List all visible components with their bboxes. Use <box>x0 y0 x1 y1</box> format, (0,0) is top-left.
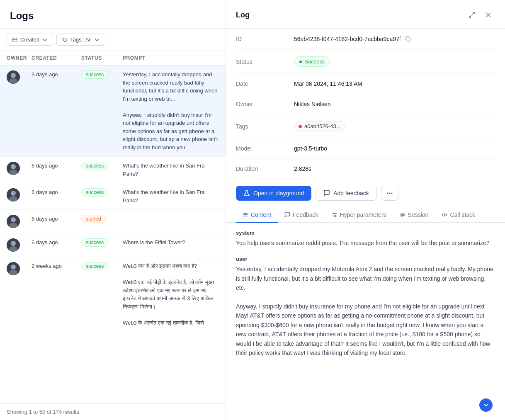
table-row[interactable]: 6 days ago started <box>0 210 226 233</box>
calendar-icon <box>12 37 18 43</box>
tag-chip[interactable]: a0ab4526-43... <box>294 121 345 131</box>
col-status: Status <box>81 55 123 61</box>
meta-table: ID 56eb4238-f047-4182-bcd0-7acbba9ca97f … <box>226 29 505 179</box>
meta-row-tags: Tags a0ab4526-43... <box>236 114 495 138</box>
detail-header: Log <box>226 0 505 29</box>
tab-feedback[interactable]: Feedback <box>278 207 325 223</box>
tags-label: Tags <box>236 123 294 130</box>
right-panel: Log ID 56eb4238-f047-4182-b <box>226 0 505 420</box>
tags-value: a0ab4526-43... <box>294 121 495 131</box>
svg-point-31 <box>391 193 392 194</box>
status-badge: success <box>81 238 108 247</box>
left-header: Logs <box>0 0 226 29</box>
content-wrapper: system You help users summarize reddit p… <box>226 223 505 420</box>
log-time: 3 days ago <box>32 70 81 78</box>
model-label: Model <box>236 145 294 152</box>
meta-row-duration: Duration 2.828s <box>236 159 495 179</box>
status-badge: success <box>81 188 108 197</box>
action-bar: Open in playground Add feedback <box>226 179 505 207</box>
header-actions <box>465 8 495 22</box>
flask-icon <box>243 190 250 197</box>
tag-icon <box>62 37 68 43</box>
svg-point-12 <box>11 191 16 196</box>
tab-session-label: Session <box>408 211 429 218</box>
chat-bubble-icon <box>284 212 290 218</box>
log-time: 6 days ago <box>32 215 81 222</box>
scroll-down-button[interactable] <box>479 398 493 412</box>
tab-hyperparameters[interactable]: Hyper parameters <box>325 207 393 223</box>
left-panel: Logs Created Tags: All <box>0 0 226 420</box>
tag-dot <box>299 125 302 128</box>
meta-row-model: Model gpt-3.5-turbo <box>236 138 495 159</box>
open-playground-label: Open in playground <box>253 190 304 197</box>
meta-row-status: Status Success <box>236 50 495 74</box>
prompt-text: What's the weather like in San Fra Paris… <box>123 162 219 178</box>
tags-filter-button[interactable]: Tags: All <box>56 34 105 46</box>
open-playground-button[interactable]: Open in playground <box>236 186 311 201</box>
duration-value: 2.828s <box>294 165 495 172</box>
svg-rect-27 <box>407 38 410 41</box>
date-value: Mar 08 2024, 11:46:13 AM <box>294 80 495 87</box>
svg-point-29 <box>387 193 388 194</box>
tags-filter-prefix: Tags: <box>70 36 83 43</box>
status-badge: success <box>81 262 108 270</box>
status-dot <box>299 61 302 63</box>
model-value: gpt-3.5-turbo <box>294 145 495 152</box>
prompt-text: Web3 क्या है और इसका महत्व क्या है? Web3… <box>123 262 219 327</box>
message-text-system: You help users summarize reddit posts. T… <box>236 238 495 248</box>
table-row[interactable]: 6 days ago success Where is the Eiffel T… <box>0 233 226 257</box>
status-badge: started <box>81 215 106 223</box>
content-area: system You help users summarize reddit p… <box>226 223 505 420</box>
copy-id-button[interactable] <box>404 35 412 43</box>
table-row[interactable]: 3 days ago success Yesterday, I accident… <box>0 66 226 157</box>
add-feedback-button[interactable]: Add feedback <box>316 186 377 201</box>
table-row[interactable]: 6 days ago success What's the weather li… <box>0 183 226 210</box>
tab-hyperparameters-label: Hyper parameters <box>340 211 386 218</box>
prompt-text: What's the weather like in San Fra Paris… <box>123 188 219 204</box>
log-time: 2 weeks ago <box>32 262 81 269</box>
status-text: Success <box>304 58 325 65</box>
message-role-user: user <box>236 256 495 262</box>
message-role-system: system <box>236 230 495 236</box>
status-value: Success <box>294 56 495 67</box>
created-filter-label: Created <box>20 36 39 43</box>
status-label: Status <box>236 58 294 65</box>
col-prompt: Prompt <box>123 55 219 61</box>
status-badge: success <box>81 162 108 170</box>
log-time: 6 days ago <box>32 238 81 245</box>
lines-icon <box>400 212 405 218</box>
id-value: 56eb4238-f047-4182-bcd0-7acbba9ca97f <box>294 35 495 43</box>
chevron-down-icon <box>42 37 48 43</box>
list-icon <box>243 212 248 218</box>
prompt-text: Where is the Eiffel Tower? <box>123 238 219 247</box>
more-actions-button[interactable] <box>381 186 398 201</box>
close-button[interactable] <box>482 8 495 22</box>
tab-callstack[interactable]: Call stack <box>435 207 482 223</box>
avatar <box>7 70 20 84</box>
owner-value: Niklas Nielsen <box>294 101 495 107</box>
add-feedback-label: Add feedback <box>333 190 369 197</box>
created-filter-button[interactable]: Created <box>7 34 53 46</box>
page-title: Logs <box>10 10 216 22</box>
owner-label: Owner <box>236 101 294 107</box>
avatar <box>7 188 20 202</box>
avatar <box>7 262 20 275</box>
svg-point-6 <box>11 73 16 78</box>
expand-button[interactable] <box>465 8 478 22</box>
sliders-icon <box>332 212 337 218</box>
chevron-down-icon-scroll <box>483 402 489 408</box>
col-owner: Owner <box>7 55 32 61</box>
status-badge: success <box>81 70 108 79</box>
tab-session[interactable]: Session <box>393 207 435 223</box>
chat-icon <box>323 190 330 197</box>
svg-line-43 <box>444 213 445 217</box>
logs-list: 3 days ago success Yesterday, I accident… <box>0 66 226 403</box>
tab-callstack-label: Call stack <box>450 211 475 218</box>
table-row[interactable]: 6 days ago success What's the weather li… <box>0 157 226 183</box>
tab-content[interactable]: Content <box>236 207 278 223</box>
table-row[interactable]: 2 weeks ago success Web3 क्या है और इसका… <box>0 257 226 332</box>
tags-filter-value: All <box>85 36 91 43</box>
id-label: ID <box>236 36 294 42</box>
chevron-down-icon-2 <box>94 37 100 43</box>
tabs-bar: Content Feedback Hyper parameters <box>226 207 505 223</box>
